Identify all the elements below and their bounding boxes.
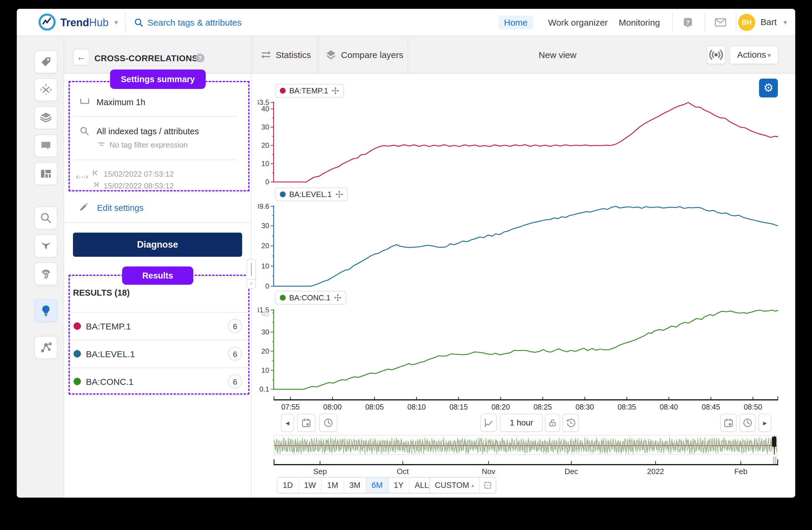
range-button-1w[interactable]: 1W	[299, 478, 322, 493]
time-end: 15/02/2022 08:53:12	[104, 181, 174, 191]
rail-comments-button[interactable]	[34, 134, 57, 157]
live-monitor-button[interactable]	[707, 45, 725, 64]
range-button-1d[interactable]: 1D	[277, 478, 299, 493]
panel-help-icon[interactable]: ?	[195, 54, 204, 62]
result-count-badge[interactable]: 6	[228, 374, 242, 388]
move-icon[interactable]	[335, 191, 343, 198]
time-range-icon: ‹···›	[76, 171, 88, 181]
result-label: BA:TEMP.1	[86, 322, 131, 332]
svg-text:08:35: 08:35	[618, 403, 636, 411]
rail-filter-button[interactable]	[34, 234, 57, 257]
brand-caret-icon[interactable]: ▾	[114, 18, 118, 27]
layers-icon	[40, 112, 52, 124]
nav-item-monitoring[interactable]: Monitoring	[613, 16, 665, 29]
avatar[interactable]: BH	[738, 14, 755, 31]
rail-context-button[interactable]	[34, 336, 57, 359]
statistics-button[interactable]: Statistics	[276, 50, 311, 60]
lock-button[interactable]	[545, 414, 560, 432]
pan-left-button[interactable]: ◂	[281, 414, 294, 432]
custom-range-button[interactable]: CUSTOM ▴	[430, 478, 480, 493]
svg-text:08:45: 08:45	[702, 403, 720, 411]
cross-correlations-panel: Settings summary Maximum 1h All indexed …	[64, 74, 251, 498]
network-icon	[40, 341, 52, 354]
edit-settings-link[interactable]: Edit settings	[97, 203, 144, 213]
result-row[interactable]: BA:TEMP.16	[64, 312, 251, 340]
compare-layers-icon	[325, 49, 337, 61]
comment-icon	[40, 140, 52, 152]
result-color-dot	[74, 350, 81, 358]
result-color-dot	[74, 378, 81, 385]
range-button-6m[interactable]: 6M	[366, 478, 389, 493]
svg-text:40: 40	[261, 310, 269, 318]
search-input[interactable]: Search tags & attributes	[147, 18, 242, 28]
svg-text:30: 30	[261, 328, 269, 336]
duration-button[interactable]: 1 hour	[500, 414, 543, 432]
pencil-icon	[79, 203, 88, 212]
overview-strip[interactable]	[274, 435, 778, 455]
panel-collapse-button[interactable]: ×	[247, 280, 256, 289]
trendhub-logo-icon	[39, 14, 56, 31]
legend-chip-level[interactable]: BA:LEVEL.1	[275, 187, 348, 201]
svg-text:10: 10	[261, 262, 269, 270]
rail-fingerprint-button[interactable]	[34, 262, 57, 285]
rail-dashboard-button[interactable]	[34, 162, 57, 185]
calendar-start-button[interactable]	[297, 414, 315, 432]
back-button[interactable]: ←	[73, 49, 89, 65]
result-row[interactable]: BA:LEVEL.16	[64, 340, 251, 367]
range-button-1m[interactable]: 1M	[322, 478, 344, 493]
top-nav: TrendHub ▾ Search tags & attributes Home…	[17, 9, 795, 36]
svg-text:07:55: 07:55	[281, 403, 300, 411]
pan-right-button[interactable]: ▸	[758, 414, 771, 432]
nav-item-work-organizer[interactable]: Work organizer	[543, 16, 613, 29]
history-button[interactable]	[563, 414, 579, 432]
actions-button[interactable]: Actions ▾	[729, 45, 779, 64]
move-icon[interactable]	[334, 294, 342, 302]
icon-rail: + − ÷ ×	[17, 36, 64, 498]
range-button-1y[interactable]: 1Y	[389, 478, 409, 493]
result-row[interactable]: BA:CONC.16	[64, 367, 251, 395]
trend-mode-button[interactable]	[480, 414, 497, 432]
filter-icon	[40, 240, 52, 252]
svg-text:+: +	[45, 84, 47, 87]
svg-text:Nov: Nov	[482, 467, 495, 476]
chart-settings-button[interactable]: ⚙	[759, 79, 778, 97]
panel-resize-handle[interactable]	[247, 259, 256, 280]
time-axis: 07:5508:0008:0508:1008:1508:2008:2508:30…	[274, 396, 778, 414]
scope-setting: All indexed tags / attributes	[97, 127, 199, 136]
series-color-dot	[280, 295, 286, 301]
tag-filter-setting: No tag filter expression	[110, 140, 188, 150]
rail-recommendations-button[interactable]	[34, 299, 57, 322]
svg-text:?: ?	[686, 19, 690, 26]
result-count-badge[interactable]: 6	[228, 319, 242, 333]
help-icon[interactable]: ?	[682, 17, 693, 29]
legend-chip-temp[interactable]: BA:TEMP.1	[275, 84, 344, 97]
trend-chart-conc: 41.5401020300.1	[258, 306, 782, 393]
rail-layers-button[interactable]	[34, 106, 57, 129]
rail-formulas-button[interactable]: + − ÷ ×	[34, 78, 57, 101]
clock-end-button[interactable]	[739, 414, 756, 432]
svg-text:40: 40	[261, 105, 269, 113]
mail-icon[interactable]	[715, 18, 726, 27]
svg-text:08:05: 08:05	[365, 403, 384, 411]
legend-chip-conc[interactable]: BA:CONC.1	[275, 291, 346, 305]
user-menu-caret-icon[interactable]: ▾	[783, 18, 787, 27]
svg-text:Dec: Dec	[565, 467, 578, 476]
result-count-badge[interactable]: 6	[228, 347, 242, 361]
brand-name: TrendHub	[60, 16, 108, 29]
diagnose-button[interactable]: Diagnose	[73, 233, 242, 257]
svg-text:08:15: 08:15	[450, 403, 468, 411]
move-icon[interactable]	[332, 87, 339, 95]
calendar-end-button[interactable]	[720, 414, 737, 432]
user-name[interactable]: Bart	[760, 17, 777, 27]
rail-search-button[interactable]	[34, 206, 57, 229]
clock-start-button[interactable]	[319, 414, 337, 432]
compare-layers-button[interactable]: Compare layers	[341, 50, 403, 60]
nav-item-home[interactable]: Home	[499, 16, 533, 29]
search-icon	[134, 18, 144, 28]
fit-view-button[interactable]	[480, 478, 496, 493]
svg-text:08:20: 08:20	[491, 403, 510, 411]
range-button-3m[interactable]: 3M	[344, 478, 366, 493]
range-start-icon	[92, 170, 99, 176]
rail-tags-button[interactable]	[34, 50, 57, 73]
result-label: BA:CONC.1	[86, 377, 133, 387]
